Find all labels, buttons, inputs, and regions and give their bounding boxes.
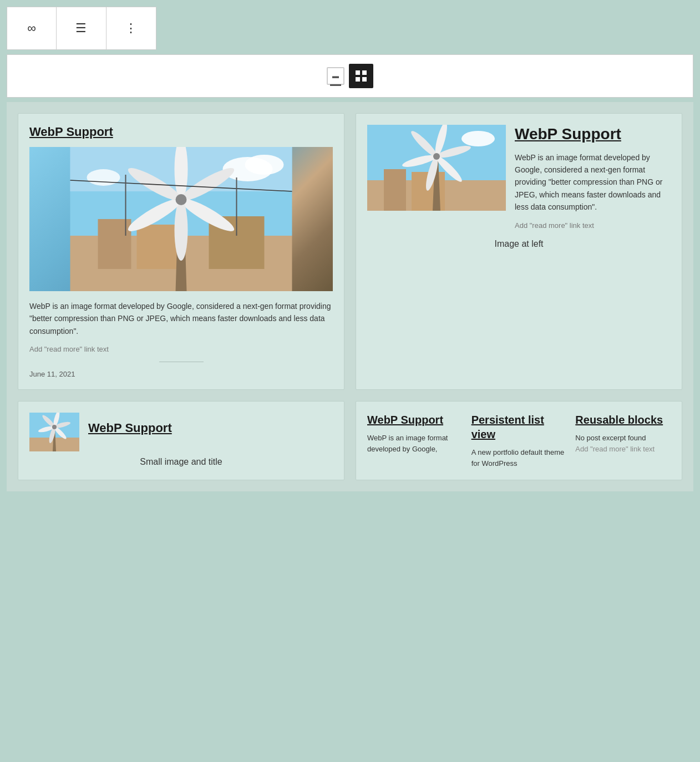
card-small-thumb [29, 413, 79, 451]
svg-rect-1 [362, 70, 367, 75]
svg-point-8 [87, 169, 120, 186]
list-icon: ▬ [332, 72, 339, 80]
col-0-title[interactable]: WebP Support [367, 413, 463, 427]
list-view-button[interactable]: ▬ [327, 67, 344, 85]
svg-rect-2 [356, 77, 360, 82]
svg-rect-0 [356, 70, 360, 75]
card-standard-image [29, 147, 333, 291]
col-1-title[interactable]: Persistent list view [471, 413, 567, 441]
menu-icon: ☰ [75, 21, 87, 35]
card-image-left-text: WebP is an image format developed by Goo… [515, 151, 671, 214]
card-small-image-title[interactable]: WebP Support [88, 421, 172, 435]
svg-point-46 [52, 425, 57, 429]
card-image-left: WebP Support WebP is an image format dev… [356, 113, 682, 390]
svg-point-7 [245, 155, 284, 175]
three-col-layout: WebP Support WebP is an image format dev… [367, 413, 671, 469]
col-item-0: WebP Support WebP is an image format dev… [367, 413, 463, 469]
col-2-read-more[interactable]: Add "read more" link text [575, 445, 655, 453]
col-0-text: WebP is an image format developed by Goo… [367, 433, 463, 454]
card-image-left-thumb [367, 125, 506, 211]
card-standard: WebP Support [18, 113, 344, 390]
card-standard-read-more[interactable]: Add "read more" link text [29, 345, 109, 353]
card-image-left-title[interactable]: WebP Support [515, 125, 671, 144]
view-switcher-bar: ▬ [7, 54, 693, 98]
col-1-text: A new portfolio default theme for WordPr… [471, 447, 567, 469]
card-image-left-label: Image at left [367, 239, 671, 249]
toolbar-btn-1[interactable]: ∞ [7, 7, 57, 49]
grid-view-button[interactable] [349, 64, 373, 88]
svg-rect-11 [137, 225, 181, 269]
more-icon: ⋮ [125, 21, 137, 35]
toolbar-btn-2[interactable]: ☰ [57, 7, 106, 49]
col-2-text: No post excerpt found [575, 433, 671, 444]
toolbar: ∞ ☰ ⋮ [7, 7, 156, 50]
svg-point-25 [461, 131, 495, 146]
main-content: WebP Support [7, 102, 693, 491]
svg-rect-3 [362, 77, 367, 82]
windmill-small-thumb [29, 413, 79, 451]
col-item-1: Persistent list view A new portfolio def… [471, 413, 567, 469]
col-2-title[interactable]: Reusable blocks [575, 413, 671, 427]
card-small-image-layout: WebP Support [29, 413, 333, 451]
svg-rect-27 [384, 169, 406, 211]
card-image-left-read-more[interactable]: Add "read more" link text [515, 221, 594, 230]
card-small-image-label: Small image and title [29, 457, 333, 467]
card-standard-date: June 11, 2021 [29, 370, 333, 378]
card-standard-divider [159, 362, 204, 362]
svg-point-20 [176, 194, 187, 205]
card-image-left-content: WebP Support WebP is an image format dev… [515, 125, 671, 230]
col-item-2: Reusable blocks No post excerpt found Ad… [575, 413, 671, 469]
infinity-icon: ∞ [27, 21, 36, 35]
card-standard-text: WebP is an image format developed by Goo… [29, 300, 333, 337]
toolbar-btn-3[interactable]: ⋮ [106, 7, 156, 49]
card-image-left-layout: WebP Support WebP is an image format dev… [367, 125, 671, 230]
windmill-illustration [29, 147, 333, 291]
cards-grid: WebP Support [18, 113, 682, 480]
svg-point-17 [175, 200, 188, 261]
card-small-image: WebP Support Small image and title [18, 401, 344, 480]
card-standard-title[interactable]: WebP Support [29, 125, 333, 139]
windmill-thumb-left [367, 125, 506, 211]
grid-icon [355, 70, 367, 82]
card-three-col: WebP Support WebP is an image format dev… [356, 401, 682, 480]
svg-point-36 [433, 153, 440, 160]
